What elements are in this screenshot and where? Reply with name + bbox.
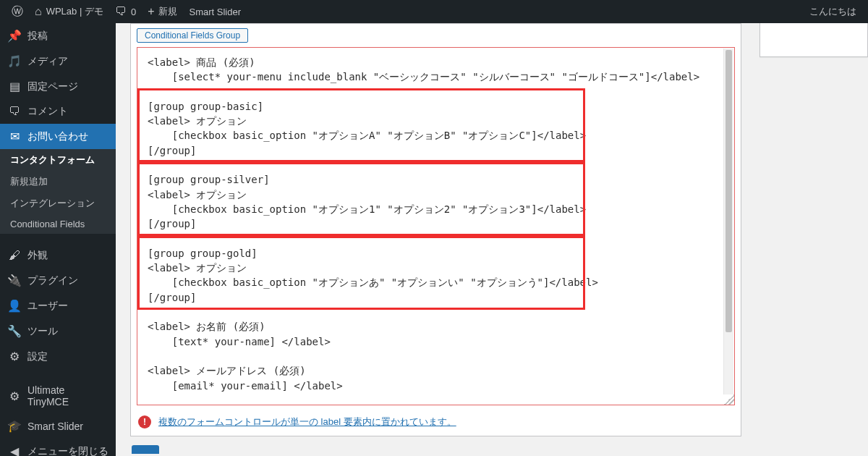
sidebar-submenu-contact: コンタクトフォーム 新規追加 インテグレーション Conditional Fie… xyxy=(0,149,116,234)
page-icon: ▤ xyxy=(7,80,22,93)
sidebar-label: コメント xyxy=(27,105,68,118)
form-template-editor[interactable] xyxy=(137,48,734,402)
sub-item-contact-forms[interactable]: コンタクトフォーム xyxy=(0,149,116,171)
sliders-icon: ⚙ xyxy=(7,350,22,363)
comments-link[interactable]: 🗨0 xyxy=(109,0,142,23)
comments-count: 0 xyxy=(131,7,136,17)
sidebar-label: ツール xyxy=(27,325,58,338)
greeting-label: こんにちは xyxy=(809,5,856,18)
validation-link[interactable]: 複数のフォームコントロールが単一の label 要素内に置かれています。 xyxy=(158,415,456,428)
wp-logo[interactable]: ⓦ xyxy=(6,0,29,23)
sidebar-label: 外観 xyxy=(27,249,48,262)
sub-item-conditional-fields[interactable]: Conditional Fields xyxy=(0,214,116,234)
new-content-link[interactable]: +新規 xyxy=(142,0,183,23)
sub-item-add-new[interactable]: 新規追加 xyxy=(0,171,116,193)
comment-icon: 🗨 xyxy=(7,105,22,118)
sidebar-item-comments[interactable]: 🗨コメント xyxy=(0,99,116,124)
user-icon: 👤 xyxy=(7,299,22,313)
sidebar-item-tinymce[interactable]: ⚙Ultimate TinyMCE xyxy=(0,379,116,413)
sidebar-item-contact[interactable]: ✉お問い合わせ xyxy=(0,124,116,149)
sidebar-label: 固定ページ xyxy=(27,80,78,93)
sub-item-integration[interactable]: インテグレーション xyxy=(0,193,116,214)
main-content: Conditional Fields Group ! 複数のフォームコントロール… xyxy=(116,23,868,456)
form-editor-panel: Conditional Fields Group ! 複数のフォームコントロール… xyxy=(130,23,741,436)
brush-icon: 🖌 xyxy=(7,249,22,262)
primary-action-button[interactable] xyxy=(132,445,159,454)
collapse-icon: ◀ xyxy=(7,444,22,456)
validation-message: ! 複数のフォームコントロールが単一の label 要素内に置かれています。 xyxy=(131,411,741,436)
pin-icon: 📌 xyxy=(7,29,22,43)
site-name-link[interactable]: ⌂WPLab | デモ xyxy=(29,0,109,23)
new-label: 新規 xyxy=(158,5,177,18)
admin-bar: ⓦ ⌂WPLab | デモ 🗨0 +新規 Smart Slider こんにちは xyxy=(0,0,868,23)
mail-icon: ✉ xyxy=(7,130,22,143)
scrollbar-thumb[interactable] xyxy=(726,50,732,332)
wrench-icon: 🔧 xyxy=(7,324,22,338)
comment-icon: 🗨 xyxy=(115,6,127,17)
greeting-link[interactable]: こんにちは xyxy=(804,0,862,23)
sidebar-collapse[interactable]: ◀メニューを閉じる xyxy=(0,439,116,456)
sidebar-label: Smart Slider xyxy=(27,421,83,432)
site-name-label: WPLab | デモ xyxy=(46,5,103,18)
sidebar-item-appearance[interactable]: 🖌外観 xyxy=(0,243,116,268)
sidebar-label: メディア xyxy=(27,55,68,68)
sidebar-label: 投稿 xyxy=(27,30,48,43)
plus-icon: + xyxy=(148,6,154,17)
sidebar-item-plugins[interactable]: 🔌プラグイン xyxy=(0,268,116,293)
sidebar-label: ユーザー xyxy=(27,300,68,313)
sidebar-label: 設定 xyxy=(27,350,48,363)
sidebar-item-media[interactable]: 🎵メディア xyxy=(0,48,116,74)
sidebar-item-settings[interactable]: ⚙設定 xyxy=(0,344,116,369)
sidebar-label: お問い合わせ xyxy=(27,130,88,143)
editor-wrap xyxy=(137,47,735,405)
media-icon: 🎵 xyxy=(7,54,22,68)
plug-icon: 🔌 xyxy=(7,274,22,287)
sidebar-label: Ultimate TinyMCE xyxy=(27,384,109,408)
sidebar-label: プラグイン xyxy=(27,274,78,287)
conditional-fields-group-button[interactable]: Conditional Fields Group xyxy=(137,28,248,43)
gear-icon: ⚙ xyxy=(7,389,22,403)
wordpress-icon: ⓦ xyxy=(12,6,23,17)
sidebar-item-pages[interactable]: ▤固定ページ xyxy=(0,74,116,99)
sidebar-item-tools[interactable]: 🔧ツール xyxy=(0,318,116,344)
sidebar-item-posts[interactable]: 📌投稿 xyxy=(0,23,116,48)
graduation-icon: 🎓 xyxy=(7,419,22,433)
home-icon: ⌂ xyxy=(35,6,42,17)
side-meta-box xyxy=(760,23,868,57)
sidebar-label: メニューを閉じる xyxy=(27,445,109,457)
smart-slider-link[interactable]: Smart Slider xyxy=(183,0,247,23)
sidebar-item-users[interactable]: 👤ユーザー xyxy=(0,293,116,318)
editor-scrollbar[interactable] xyxy=(723,48,733,394)
smart-slider-label: Smart Slider xyxy=(189,7,241,17)
warning-icon: ! xyxy=(138,415,151,428)
resize-handle[interactable] xyxy=(724,394,734,405)
admin-sidebar: 📌投稿 🎵メディア ▤固定ページ 🗨コメント ✉お問い合わせ コンタクトフォーム… xyxy=(0,23,116,456)
sidebar-item-smart-slider[interactable]: 🎓Smart Slider xyxy=(0,413,116,439)
